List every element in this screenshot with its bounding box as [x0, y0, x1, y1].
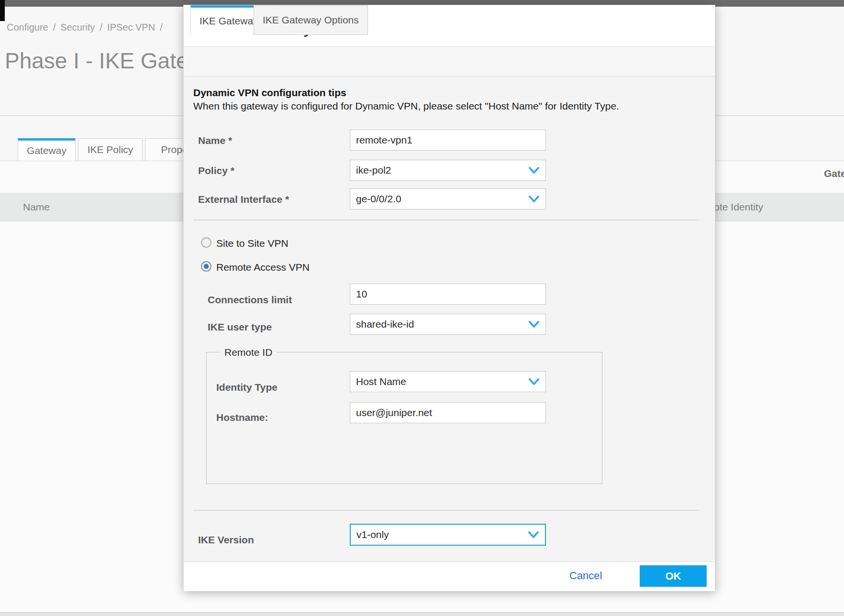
name-input[interactable] — [350, 130, 545, 150]
dialog-footer — [184, 561, 715, 591]
policy-select[interactable]: ike-pol2 — [350, 160, 546, 181]
radio-button-icon — [201, 237, 211, 248]
external-interface-label: External Interface * — [198, 194, 289, 205]
dynamic-vpn-tips-body: When this gateway is configured for Dyna… — [193, 100, 619, 112]
ike-user-type-label: IKE user type — [208, 321, 272, 333]
name-label: Name * — [198, 135, 232, 146]
hostname-input[interactable] — [350, 403, 545, 423]
radio-label: Site to Site VPN — [216, 238, 289, 249]
radio-label: Remote Access VPN — [216, 262, 310, 273]
name-field-box — [350, 130, 546, 151]
connections-limit-label: Connections limit — [208, 294, 292, 306]
breadcrumb-item-ipsec-vpn[interactable]: IPSec VPN — [107, 22, 155, 33]
identity-type-label: Identity Type — [216, 382, 278, 393]
breadcrumb-separator: / — [100, 22, 103, 33]
screen: Configure/Security/IPSec VPN/ Phase I - … — [0, 0, 844, 616]
tab-gateway[interactable]: Gateway — [18, 138, 76, 161]
ike-user-type-select[interactable]: shared-ike-id — [350, 314, 546, 335]
chevron-down-icon — [528, 378, 540, 385]
dialog-tab-ike-gateway-options[interactable]: IKE Gateway Options — [254, 5, 368, 35]
page-bottom-strip — [0, 613, 844, 616]
connections-limit-input[interactable] — [350, 284, 545, 304]
breadcrumb-separator: / — [160, 22, 163, 33]
add-gateway-dialog: Add Gateway IKE Gateway IKE Gateway Opti… — [183, 5, 715, 591]
cancel-button[interactable]: Cancel — [569, 570, 602, 582]
ike-version-value: v1-only — [356, 525, 389, 545]
gateway-right-edge-label: Gateway — [824, 168, 844, 179]
breadcrumb-item-configure[interactable]: Configure — [7, 22, 48, 33]
chevron-down-icon — [528, 531, 539, 539]
hostname-field-box — [350, 402, 546, 423]
external-interface-value: ge-0/0/2.0 — [356, 189, 401, 209]
policy-label: Policy * — [198, 165, 234, 176]
top-left-corner-block — [0, 0, 5, 21]
identity-type-select[interactable]: Host Name — [350, 371, 546, 392]
chevron-down-icon — [528, 320, 540, 328]
dialog-tab-strip — [184, 47, 715, 77]
radio-button-selected-icon — [201, 261, 211, 272]
dynamic-vpn-tips-heading: Dynamic VPN configuration tips — [193, 87, 346, 99]
ike-user-type-value: shared-ike-id — [356, 314, 414, 334]
section-divider — [193, 220, 700, 220]
ike-version-select[interactable]: v1-only — [350, 524, 546, 546]
external-interface-select[interactable]: ge-0/0/2.0 — [350, 188, 546, 209]
breadcrumb: Configure/Security/IPSec VPN/ — [7, 22, 167, 33]
chevron-down-icon — [528, 166, 540, 174]
hostname-label: Hostname: — [216, 412, 268, 423]
table-column-name: Name — [23, 193, 50, 221]
tab-ike-policy[interactable]: IKE Policy — [78, 138, 143, 161]
section-divider — [193, 510, 700, 511]
remote-id-legend: Remote ID — [220, 347, 277, 358]
ok-button[interactable]: OK — [640, 565, 707, 587]
breadcrumb-separator: / — [53, 22, 56, 33]
policy-value: ike-pol2 — [356, 160, 391, 180]
chevron-down-icon — [528, 195, 540, 203]
connections-limit-field-box — [350, 284, 546, 305]
breadcrumb-item-security[interactable]: Security — [60, 22, 95, 33]
ike-version-label: IKE Version — [198, 534, 254, 546]
identity-type-value: Host Name — [356, 372, 406, 392]
